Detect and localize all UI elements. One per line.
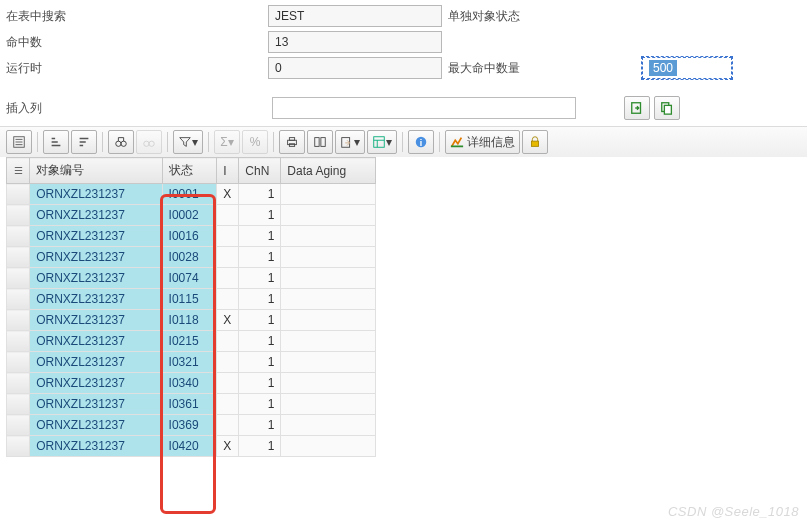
filter-button[interactable]: ▾ <box>173 130 203 154</box>
cell-i[interactable] <box>217 289 239 310</box>
cell-status[interactable]: I0361 <box>162 394 217 415</box>
cell-data-aging[interactable] <box>281 331 376 352</box>
cell-i[interactable] <box>217 352 239 373</box>
sort-asc-button[interactable] <box>43 130 69 154</box>
cell-status[interactable]: I0215 <box>162 331 217 352</box>
cell-chn[interactable]: 1 <box>239 352 281 373</box>
cell-i[interactable] <box>217 331 239 352</box>
row-marker[interactable] <box>7 331 30 352</box>
cell-chn[interactable]: 1 <box>239 268 281 289</box>
cell-data-aging[interactable] <box>281 352 376 373</box>
cell-data-aging[interactable] <box>281 268 376 289</box>
cell-objnr[interactable]: ORNXZL231237 <box>30 415 162 436</box>
cell-data-aging[interactable] <box>281 247 376 268</box>
export-button[interactable] <box>624 96 650 120</box>
cell-i[interactable] <box>217 205 239 226</box>
col-data-aging[interactable]: Data Aging <box>281 158 376 184</box>
cell-objnr[interactable]: ORNXZL231237 <box>30 226 162 247</box>
cell-i[interactable] <box>217 394 239 415</box>
table-row[interactable]: ORNXZL231237I02151 <box>7 331 376 352</box>
table-row[interactable]: ORNXZL231237I03401 <box>7 373 376 394</box>
col-objnr[interactable]: 对象编号 <box>30 158 162 184</box>
cell-chn[interactable]: 1 <box>239 394 281 415</box>
col-chn[interactable]: ChN <box>239 158 281 184</box>
cell-objnr[interactable]: ORNXZL231237 <box>30 247 162 268</box>
cell-data-aging[interactable] <box>281 310 376 331</box>
details-button[interactable] <box>6 130 32 154</box>
lock-button[interactable] <box>522 130 548 154</box>
cell-data-aging[interactable] <box>281 373 376 394</box>
row-marker[interactable] <box>7 415 30 436</box>
cell-status[interactable]: I0369 <box>162 415 217 436</box>
cell-i[interactable] <box>217 373 239 394</box>
cell-data-aging[interactable] <box>281 289 376 310</box>
cell-i[interactable]: X <box>217 184 239 205</box>
cell-chn[interactable]: 1 <box>239 247 281 268</box>
table-row[interactable]: ORNXZL231237I03211 <box>7 352 376 373</box>
cell-status[interactable]: I0118 <box>162 310 217 331</box>
row-marker[interactable] <box>7 394 30 415</box>
cell-status[interactable]: I0028 <box>162 247 217 268</box>
cell-chn[interactable]: 1 <box>239 289 281 310</box>
duplicate-button[interactable] <box>654 96 680 120</box>
table-row[interactable]: ORNXZL231237I00021 <box>7 205 376 226</box>
cell-chn[interactable]: 1 <box>239 331 281 352</box>
max-hits-input[interactable]: 500 <box>642 57 732 79</box>
cell-objnr[interactable]: ORNXZL231237 <box>30 352 162 373</box>
cell-data-aging[interactable] <box>281 415 376 436</box>
cell-status[interactable]: I0420 <box>162 436 217 457</box>
cell-objnr[interactable]: ORNXZL231237 <box>30 436 162 457</box>
cell-status[interactable]: I0321 <box>162 352 217 373</box>
cell-objnr[interactable]: ORNXZL231237 <box>30 394 162 415</box>
data-table[interactable]: ☰ 对象编号 状态 I ChN Data Aging ORNXZL231237I… <box>6 157 376 457</box>
table-row[interactable]: ORNXZL231237I03691 <box>7 415 376 436</box>
cell-data-aging[interactable] <box>281 436 376 457</box>
export2-button[interactable]: ▾ <box>335 130 365 154</box>
cell-data-aging[interactable] <box>281 184 376 205</box>
cell-i[interactable]: X <box>217 310 239 331</box>
cell-status[interactable]: I0002 <box>162 205 217 226</box>
cell-objnr[interactable]: ORNXZL231237 <box>30 331 162 352</box>
cell-objnr[interactable]: ORNXZL231237 <box>30 184 162 205</box>
cell-status[interactable]: I0115 <box>162 289 217 310</box>
cell-i[interactable] <box>217 247 239 268</box>
print-button[interactable] <box>279 130 305 154</box>
cell-status[interactable]: I0340 <box>162 373 217 394</box>
row-marker[interactable] <box>7 205 30 226</box>
cell-i[interactable] <box>217 226 239 247</box>
row-marker[interactable] <box>7 247 30 268</box>
cell-data-aging[interactable] <box>281 226 376 247</box>
layout-button[interactable]: ▾ <box>367 130 397 154</box>
cell-objnr[interactable]: ORNXZL231237 <box>30 268 162 289</box>
cell-objnr[interactable]: ORNXZL231237 <box>30 289 162 310</box>
row-marker[interactable] <box>7 310 30 331</box>
cell-data-aging[interactable] <box>281 205 376 226</box>
col-i[interactable]: I <box>217 158 239 184</box>
cell-i[interactable] <box>217 415 239 436</box>
cell-status[interactable]: I0001 <box>162 184 217 205</box>
table-row[interactable]: ORNXZL231237I00281 <box>7 247 376 268</box>
cell-data-aging[interactable] <box>281 394 376 415</box>
row-marker[interactable] <box>7 268 30 289</box>
row-marker[interactable] <box>7 436 30 457</box>
views-button[interactable] <box>307 130 333 154</box>
cell-chn[interactable]: 1 <box>239 226 281 247</box>
info-button[interactable]: i <box>408 130 434 154</box>
row-marker[interactable] <box>7 373 30 394</box>
cell-objnr[interactable]: ORNXZL231237 <box>30 205 162 226</box>
table-row[interactable]: ORNXZL231237I0118X1 <box>7 310 376 331</box>
cell-chn[interactable]: 1 <box>239 436 281 457</box>
cell-chn[interactable]: 1 <box>239 415 281 436</box>
cell-chn[interactable]: 1 <box>239 373 281 394</box>
row-marker[interactable] <box>7 184 30 205</box>
sort-desc-button[interactable] <box>71 130 97 154</box>
detail-info-button[interactable]: 详细信息 <box>445 130 520 154</box>
table-row[interactable]: ORNXZL231237I03611 <box>7 394 376 415</box>
cell-status[interactable]: I0016 <box>162 226 217 247</box>
cell-status[interactable]: I0074 <box>162 268 217 289</box>
col-status[interactable]: 状态 <box>162 158 217 184</box>
table-row[interactable]: ORNXZL231237I00741 <box>7 268 376 289</box>
table-row[interactable]: ORNXZL231237I00161 <box>7 226 376 247</box>
insert-input[interactable] <box>272 97 576 119</box>
table-row[interactable]: ORNXZL231237I0420X1 <box>7 436 376 457</box>
